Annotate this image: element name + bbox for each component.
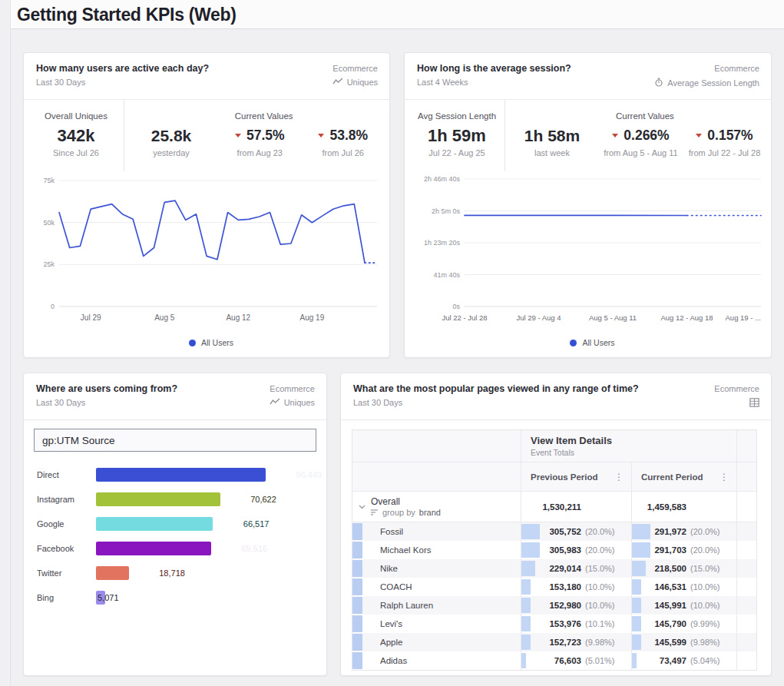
- uniques-icon: [270, 398, 280, 407]
- column-header-current-period[interactable]: Current Period ⋮: [631, 462, 736, 491]
- cell-percent: (20.0%): [690, 545, 730, 555]
- bar-row: Bing5,071: [24, 585, 326, 610]
- cell-heat-bar: [632, 561, 646, 576]
- cell-heat-bar: [632, 542, 650, 558]
- panel-utm-source: Where are users coming from? Last 30 Day…: [23, 373, 327, 676]
- cell-heat-bar: [521, 561, 535, 576]
- row-heat-bar: [352, 523, 362, 540]
- overall-current-value: 1,459,583: [647, 502, 686, 512]
- x-axis-label: Aug 5 - Aug 11: [589, 313, 637, 322]
- table-row[interactable]: Nike229,014(15.0%)218,500(15.0%): [352, 559, 756, 578]
- chart-title[interactable]: How long is the average session?: [417, 62, 571, 75]
- row-heat-bar: [352, 542, 362, 558]
- x-axis-label: Jul 29 - Aug 4: [516, 313, 561, 322]
- bar[interactable]: [96, 566, 129, 580]
- group-by-selector[interactable]: gp:UTM Source: [34, 429, 316, 452]
- group-by-value: brand: [419, 508, 441, 517]
- metric-chip: Uniques: [270, 398, 315, 407]
- cell-percent: (10.0%): [690, 582, 730, 592]
- project-label: Ecommerce: [714, 383, 759, 396]
- column-header-previous-period[interactable]: Previous Period ⋮: [521, 462, 631, 491]
- y-axis-label: 0: [51, 303, 55, 310]
- bar-row: Google66,517: [24, 512, 326, 536]
- stat-last-week: 1h 58m last week: [505, 100, 599, 171]
- metric-label: Average Session Length: [667, 78, 759, 88]
- table-row[interactable]: Adidas76,603(5.01%)73,497(5.04%): [352, 651, 756, 670]
- table-row[interactable]: Apple152,723(9.98%)145,599(9.98%): [352, 633, 756, 651]
- legend[interactable]: All Users: [33, 338, 389, 347]
- project-label: Ecommerce: [270, 383, 315, 396]
- x-axis-label: Aug 12 - Aug 18: [660, 313, 713, 322]
- cell-value: 305,983: [549, 545, 581, 555]
- cell-heat-bar: [521, 524, 540, 539]
- down-arrow-icon: [696, 134, 702, 138]
- chart-date-range: Last 30 Days: [36, 398, 177, 407]
- table-row[interactable]: Michael Kors305,983(20.0%)291,703(20.0%): [352, 541, 756, 559]
- overall-row[interactable]: Overall group by brand 1,530,211 1,459,5…: [352, 492, 756, 522]
- bar[interactable]: [96, 517, 213, 531]
- chart-title[interactable]: Where are users coming from?: [36, 383, 177, 396]
- row-heat-bar: [352, 652, 362, 669]
- cell-value: 218,500: [654, 564, 686, 573]
- chart-date-range: Last 4 Weeks: [417, 78, 571, 87]
- cell-value: 145,790: [654, 619, 686, 628]
- chart-title[interactable]: How many users are active each day?: [36, 62, 209, 75]
- panel-active-users: How many users are active each day? Last…: [23, 52, 390, 358]
- cell-value: 291,703: [654, 545, 686, 555]
- panel-divider: [341, 419, 771, 420]
- row-heat-bar: [352, 578, 362, 595]
- bar-category-label: Direct: [37, 470, 96, 479]
- cell-value: 153,976: [549, 619, 581, 628]
- y-axis-label: 25k: [43, 260, 55, 268]
- avg-session-line-chart[interactable]: 0s41m 40s1h 23m 20s2h 5m 0s2h 46m 40sJul…: [414, 173, 764, 331]
- bar-category-label: Facebook: [37, 544, 96, 553]
- table-row[interactable]: Ralph Lauren152,980(10.0%)145,991(10.0%): [352, 596, 756, 615]
- chevron-down-icon[interactable]: [359, 505, 366, 509]
- y-axis-label: 75k: [43, 177, 55, 184]
- cell-value: 76,603: [554, 656, 581, 665]
- brand-label: COACH: [380, 582, 412, 592]
- cell-heat-bar: [521, 598, 531, 613]
- bar[interactable]: [96, 542, 211, 555]
- cell-percent: (10.0%): [585, 601, 625, 610]
- brand-label: Levi's: [380, 619, 402, 628]
- current-values-group: Current Values 57.5% from Aug 23 53.8% f…: [218, 100, 385, 171]
- x-axis-label: Jul 22 - Jul 28: [442, 313, 487, 322]
- legend[interactable]: All Users: [414, 338, 771, 347]
- down-arrow-icon: [612, 134, 618, 138]
- stat-overall-uniques: Overall Uniques 342k Since Jul 26: [28, 100, 124, 171]
- y-axis-label: 1h 23m 20s: [424, 239, 461, 247]
- table-row[interactable]: Levi's153,976(10.1%)145,790(9.99%): [352, 615, 756, 633]
- kebab-menu-icon[interactable]: ⋮: [719, 472, 729, 482]
- panel-popular-pages: What are the most popular pages viewed i…: [340, 373, 772, 676]
- current-values-label: Current Values: [218, 111, 309, 124]
- table-event-title: View Item Details: [531, 435, 736, 446]
- utm-bar-chart: Direct96,449Instagram70,622Google66,517F…: [24, 462, 326, 610]
- legend-label: All Users: [201, 338, 233, 347]
- table-row[interactable]: COACH153,180(10.0%)146,531(10.0%): [352, 578, 756, 596]
- cell-heat-bar: [632, 598, 641, 613]
- bar-category-label: Google: [37, 519, 96, 529]
- cell-percent: (15.0%): [585, 564, 625, 573]
- table-column-headers: Previous Period ⋮ Current Period ⋮: [352, 462, 756, 492]
- current-value-month: 53.8% from Jul 26: [302, 124, 385, 161]
- cell-value: 145,991: [654, 601, 686, 610]
- cell-percent: (10.0%): [585, 582, 625, 592]
- x-axis-label: Aug 12: [226, 313, 250, 322]
- cell-percent: (9.98%): [585, 638, 625, 647]
- cell-value: 291,972: [654, 527, 686, 536]
- group-by-text: group by: [382, 508, 415, 517]
- legend-dot-icon: [189, 340, 196, 346]
- cell-heat-bar: [521, 635, 531, 650]
- bar[interactable]: [96, 468, 266, 482]
- bar-category-label: Bing: [37, 593, 96, 602]
- row-heat-bar: [352, 560, 362, 577]
- kebab-menu-icon[interactable]: ⋮: [614, 472, 624, 482]
- bar[interactable]: [96, 492, 220, 506]
- table-event-header: View Item Details Event Totals: [352, 430, 756, 462]
- chart-title[interactable]: What are the most popular pages viewed i…: [353, 383, 639, 396]
- daily-active-users-line-chart[interactable]: 025k50k75kJul 29Aug 5Aug 12Aug 19: [33, 173, 380, 331]
- row-heat-bar: [352, 615, 362, 632]
- bar-row: Twitter18,718: [24, 561, 326, 585]
- table-row[interactable]: Fossil305,752(20.0%)291,972(20.0%): [352, 522, 756, 541]
